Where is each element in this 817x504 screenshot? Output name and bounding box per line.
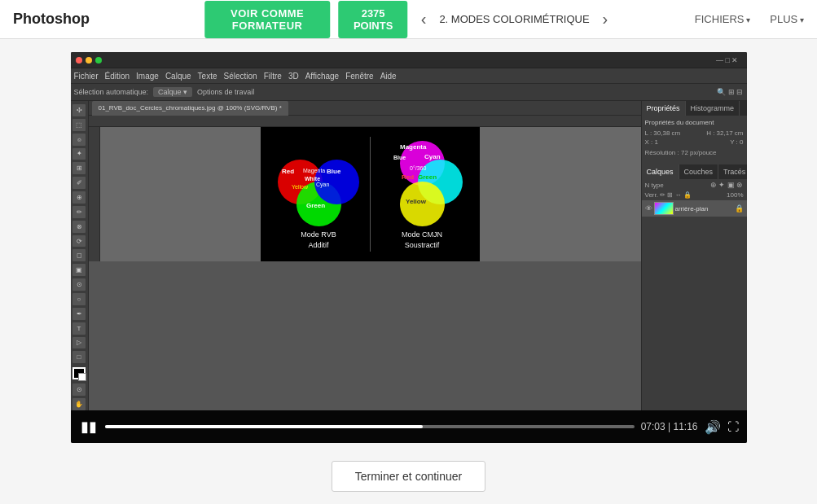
terminer-button[interactable]: Terminer et continuer — [332, 461, 486, 492]
fichiers-link[interactable]: FICHIERS — [695, 13, 750, 25]
ps-layers-tabs: Calques Couches Tracés — [642, 164, 747, 179]
video-player: — □ ✕ Fichier Édition Image Calque Texte… — [71, 52, 747, 443]
ps-workspace: ✣ ⬚ ⌾ ✦ ⊞ ✐ ⊕ ✏ ⊗ ⟳ ◻ ▣ ⊙ ○ ✒ T ▷ — [71, 101, 747, 410]
ps-ruler-horizontal — [89, 116, 641, 127]
next-chapter-button[interactable]: › — [598, 7, 613, 32]
plus-link[interactable]: PLUS — [770, 13, 804, 25]
ps-tool-label: Sélection automatique: — [74, 88, 149, 96]
cmjn-circles: Magenta Cyan Yellow Blue 0°/360 Red Gree… — [377, 137, 467, 226]
menu-fenetre[interactable]: Fenêtre — [345, 72, 373, 81]
menu-fichier[interactable]: Fichier — [74, 72, 99, 81]
rvb-magenta-label: Magenta — [303, 168, 325, 173]
menu-texte[interactable]: Texte — [198, 72, 217, 81]
app-logo: Photoshop — [13, 11, 111, 28]
ps-prop-y: Y : 0 — [730, 138, 743, 146]
ps-doc-props-title: Propriétés du document — [645, 119, 744, 126]
eraser-tool[interactable]: ◻ — [72, 249, 86, 261]
menu-aide[interactable]: Aide — [380, 72, 397, 81]
header-nav: FICHIERS PLUS — [682, 13, 804, 25]
ps-tab-strip: 01_RVB_doc_Cercles_chromatiques.jpg @ 10… — [89, 101, 641, 116]
ps-layer-lock-icon: 🔒 — [735, 204, 744, 213]
ps-resolution: Résolution : 72 px/pouce — [645, 149, 744, 156]
text-tool[interactable]: T — [72, 322, 86, 335]
menu-3d[interactable]: 3D — [288, 72, 299, 81]
menu-image[interactable]: Image — [136, 72, 159, 81]
bottom-section: Terminer et continuer — [332, 443, 486, 492]
lasso-tool[interactable]: ⌾ — [72, 134, 86, 146]
voir-formateur-button[interactable]: VOIR COMME FORMATEUR — [204, 1, 331, 38]
ps-options-bar: Sélection automatique: Calque ▾ Options … — [71, 83, 747, 101]
ps-tab-couches[interactable]: Couches — [679, 164, 719, 179]
ps-toolbox: ✣ ⬚ ⌾ ✦ ⊞ ✐ ⊕ ✏ ⊗ ⟳ ◻ ▣ ⊙ ○ ✒ T ▷ — [71, 101, 89, 410]
move-tool[interactable]: ✣ — [72, 104, 86, 116]
menu-calque[interactable]: Calque — [165, 72, 191, 81]
healing-tool[interactable]: ⊕ — [72, 191, 86, 204]
header: Photoshop VOIR COMME FORMATEUR 2375 POIN… — [0, 0, 817, 39]
path-select-tool[interactable]: ▷ — [72, 337, 86, 349]
ps-tab-traces[interactable]: Tracés — [718, 164, 746, 179]
ps-properties-tabs: Propriétés Histogramme — [642, 101, 747, 116]
ps-prop-row-1: L : 30,38 cm H : 32,17 cm — [645, 129, 744, 138]
zoom-tool[interactable]: ⊙ — [72, 383, 86, 396]
ps-menubar: Fichier Édition Image Calque Texte Sélec… — [71, 68, 747, 83]
pen-tool[interactable]: ✒ — [72, 308, 86, 320]
blur-tool[interactable]: ⊙ — [72, 278, 86, 291]
menu-edition[interactable]: Édition — [105, 72, 130, 81]
crop-tool[interactable]: ⊞ — [72, 162, 86, 174]
menu-affichage[interactable]: Affichage — [305, 72, 340, 81]
ps-prop-h: H : 32,17 cm — [706, 129, 743, 137]
history-tool[interactable]: ⟳ — [72, 235, 86, 248]
ps-layer-background[interactable]: 👁 arrière-plan 🔒 — [642, 200, 747, 217]
close-dot — [76, 57, 82, 64]
prev-chapter-button[interactable]: ‹ — [416, 7, 432, 32]
minimize-dot — [86, 57, 92, 64]
progress-bar[interactable] — [105, 425, 635, 428]
ps-layers-panel: Calques Couches Tracés N type ⊕ ✦ ▣ ⊗ — [642, 164, 747, 217]
ps-window: — □ ✕ Fichier Édition Image Calque Texte… — [71, 52, 747, 410]
rvb-green-label: Green — [306, 202, 325, 209]
ps-layer-name: arrière-plan — [675, 205, 709, 213]
video-controls: ▮▮ 07:03 | 11:16 🔊 ⛶ — [71, 410, 747, 443]
rvb-mode-label: Mode RVBAdditif — [301, 230, 336, 250]
ps-tab-calques[interactable]: Calques — [642, 164, 679, 179]
cmjn-blue-label: Blue — [393, 155, 406, 160]
ps-canvas-scroll: Red Blue Green Magenta Cyan Yellow White… — [89, 127, 641, 261]
ps-canvas: Red Blue Green Magenta Cyan Yellow White… — [100, 127, 641, 261]
hand-tool[interactable]: ✋ — [72, 398, 86, 410]
ps-layers-toolbar: N type ⊕ ✦ ▣ ⊗ Verr. ✏ ⊞ ↔ 🔒 100% — [642, 179, 747, 200]
cmjn-magenta-label: Magenta — [400, 143, 426, 151]
window-controls — [76, 57, 102, 64]
rvb-red-label: Red — [282, 168, 294, 175]
ps-titlebar: — □ ✕ — [71, 52, 747, 68]
header-center: VOIR COMME FORMATEUR 2375 POINTS ‹ 2. MO… — [204, 1, 613, 38]
ps-tab-properties[interactable]: Propriétés — [642, 101, 686, 116]
ps-prop-row-2: X : 1 Y : 0 — [645, 138, 744, 147]
magic-wand-tool[interactable]: ✦ — [72, 148, 86, 160]
ps-layer-select[interactable]: Calque ▾ — [153, 87, 192, 97]
progress-fill — [105, 425, 423, 428]
ps-canvas-area: 01_RVB_doc_Cercles_chromatiques.jpg @ 10… — [89, 101, 641, 410]
play-pause-button[interactable]: ▮▮ — [79, 418, 99, 436]
points-button[interactable]: 2375 POINTS — [339, 1, 408, 38]
rvb-white-label: White — [305, 176, 320, 182]
menu-filtre[interactable]: Filtre — [264, 72, 282, 81]
ps-zoom-label: 🔍 ⊞ ⊟ — [717, 88, 743, 96]
dodge-tool[interactable]: ○ — [72, 293, 86, 305]
rvb-blue-label: Blue — [327, 168, 340, 175]
foreground-color[interactable] — [72, 367, 86, 379]
chapter-title: 2. MODES COLORIMÉTRIQUE — [439, 13, 589, 25]
gradient-tool[interactable]: ▣ — [72, 264, 86, 276]
brush-tool[interactable]: ✏ — [72, 206, 86, 218]
volume-button[interactable]: 🔊 — [705, 419, 721, 435]
ps-file-tab[interactable]: 01_RVB_doc_Cercles_chromatiques.jpg @ 10… — [92, 101, 288, 116]
menu-selection[interactable]: Sélection — [224, 72, 257, 81]
ps-tab-histogram[interactable]: Histogramme — [686, 101, 740, 116]
main-content: — □ ✕ Fichier Édition Image Calque Texte… — [0, 39, 817, 504]
video-time: 07:03 | 11:16 — [641, 421, 698, 432]
ps-ruler-vertical — [89, 127, 100, 261]
fullscreen-button[interactable]: ⛶ — [727, 420, 739, 433]
clone-tool[interactable]: ⊗ — [72, 221, 86, 233]
eyedropper-tool[interactable]: ✐ — [72, 177, 86, 189]
shape-tool[interactable]: □ — [72, 351, 86, 363]
select-tool[interactable]: ⬚ — [72, 119, 86, 131]
